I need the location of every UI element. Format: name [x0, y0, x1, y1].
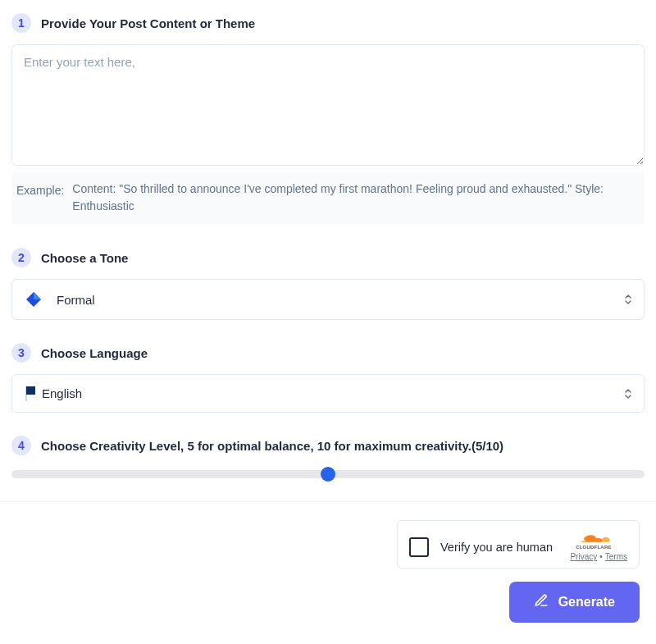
captcha-label: Verify you are human — [440, 541, 558, 554]
content-input-wrap — [11, 44, 645, 169]
step-number-badge: 2 — [11, 248, 31, 267]
step-header: 4 Choose Creativity Level, 5 for optimal… — [11, 436, 645, 455]
captcha-terms-link[interactable]: Terms — [605, 552, 627, 561]
step-header: 1 Provide Your Post Content or Theme — [11, 13, 645, 33]
captcha-privacy-link[interactable]: Privacy — [570, 552, 597, 561]
step-4-creativity: 4 Choose Creativity Level, 5 for optimal… — [11, 436, 645, 478]
generate-button[interactable]: Generate — [509, 582, 640, 623]
edit-icon — [534, 593, 549, 611]
example-box: Example: Content: "So thrilled to announ… — [11, 172, 645, 225]
content-textarea[interactable] — [11, 44, 645, 166]
step-header: 2 Choose a Tone — [11, 248, 645, 267]
up-down-caret-icon — [624, 388, 632, 400]
step-title: Provide Your Post Content or Theme — [41, 16, 255, 30]
cloudflare-logo-icon: CLOUDFLARE — [576, 532, 622, 550]
step-number-badge: 1 — [11, 13, 31, 33]
step-title: Choose a Tone — [41, 251, 128, 265]
captcha-checkbox[interactable] — [409, 537, 429, 557]
step-number-badge: 3 — [11, 343, 31, 363]
creativity-slider-handle[interactable] — [321, 467, 335, 482]
step-title: Choose Creativity Level, 5 for optimal b… — [41, 439, 503, 453]
example-label: Example: — [16, 180, 64, 215]
step-3-language: 3 Choose Language English — [11, 343, 645, 413]
svg-text:CLOUDFLARE: CLOUDFLARE — [576, 545, 612, 550]
action-row: Generate — [11, 582, 645, 623]
language-select[interactable]: English — [11, 374, 645, 413]
up-down-caret-icon — [624, 294, 632, 305]
step-1-content: 1 Provide Your Post Content or Theme Exa… — [11, 13, 645, 225]
blue-diamond-icon — [25, 291, 42, 308]
captcha-row: Verify you are human CLOUDFLARE Privacy•… — [11, 520, 645, 569]
step-header: 3 Choose Language — [11, 343, 645, 363]
section-divider — [0, 501, 656, 502]
step-number-badge: 4 — [11, 436, 31, 455]
step-title: Choose Language — [41, 346, 148, 360]
generate-button-label: Generate — [558, 595, 615, 610]
language-selected-value: English — [42, 386, 82, 400]
step-2-tone: 2 Choose a Tone Formal — [11, 248, 645, 320]
captcha-brand: CLOUDFLARE Privacy•Terms — [570, 532, 627, 561]
creativity-slider[interactable] — [11, 470, 645, 478]
svg-marker-1 — [34, 292, 41, 299]
us-flag-icon — [25, 386, 27, 400]
example-text: Content: "So thrilled to announce I've c… — [72, 180, 635, 215]
creativity-slider-wrap — [11, 467, 645, 478]
captcha-links: Privacy•Terms — [570, 552, 627, 561]
tone-selected-value: Formal — [57, 293, 95, 307]
captcha-widget: Verify you are human CLOUDFLARE Privacy•… — [397, 520, 640, 569]
tone-select[interactable]: Formal — [11, 279, 645, 320]
